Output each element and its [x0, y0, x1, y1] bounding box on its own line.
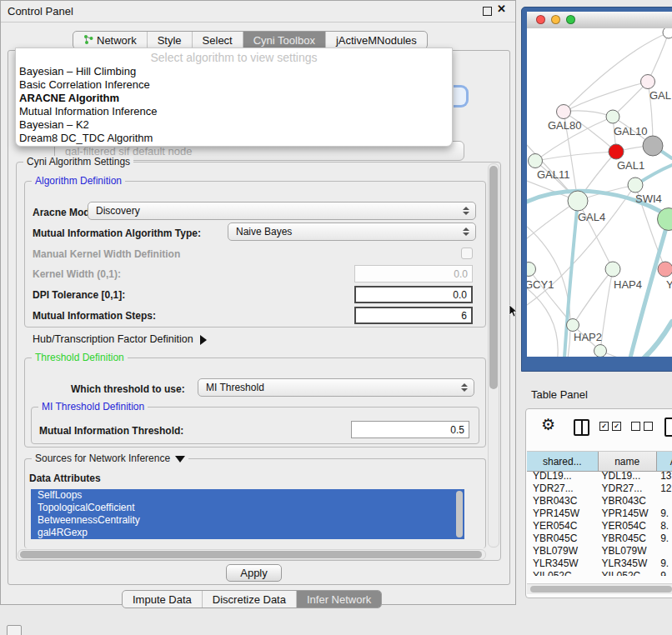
tab-network[interactable]: Network	[73, 32, 148, 48]
tab-label: Network	[97, 34, 137, 47]
node[interactable]	[594, 345, 607, 358]
node-label-hap2: HAP2	[574, 331, 602, 343]
table-row[interactable]: YER054CYER054C8.	[527, 520, 672, 532]
table-cell: 13	[658, 470, 672, 482]
gear-icon[interactable]: ⚙	[541, 417, 555, 433]
network-edge[interactable]	[573, 269, 613, 325]
tab-label: Impute Data	[133, 593, 192, 606]
network-edge[interactable]	[527, 227, 570, 357]
node-swi4[interactable]	[628, 178, 643, 192]
table-row[interactable]: YPR145WYPR145W9.	[527, 508, 672, 520]
table-horizontal-scrollbar[interactable]	[527, 583, 672, 594]
node-gal[interactable]	[641, 75, 655, 89]
mi-type-value: Naive Bayes	[236, 226, 292, 238]
apply-button[interactable]: Apply	[226, 564, 282, 582]
tab-discretize-data[interactable]: Discretize Data	[203, 591, 297, 608]
combo-arrows-icon	[463, 228, 469, 236]
table-row[interactable]: YBR045CYBR045C9.	[527, 532, 672, 545]
network-window-titlebar[interactable]	[527, 12, 672, 29]
node-hap4[interactable]	[605, 262, 620, 277]
unchecked-pair-icon[interactable]	[631, 422, 653, 431]
control-panel-titlebar[interactable]: Control Panel ✕	[1, 1, 515, 22]
table-row[interactable]: YDL19...YDL19...13	[527, 470, 672, 482]
node-hap2[interactable]	[567, 319, 579, 332]
minimized-panel-icon[interactable]	[7, 625, 22, 635]
table-row[interactable]: YBL079WYBL079W	[527, 545, 672, 558]
table-cell: YLR345W	[527, 558, 599, 570]
aracne-mode-combo[interactable]: Discovery	[88, 202, 476, 220]
attributes-list-scrollbar[interactable]	[456, 491, 463, 538]
network-edge[interactable]	[648, 32, 669, 82]
which-threshold-combo[interactable]: MI Threshold	[198, 378, 474, 397]
table-row[interactable]: YBR043CYBR043C	[527, 495, 672, 508]
minimize-traffic-light[interactable]	[551, 15, 560, 24]
tab-jactivemnodules[interactable]: jActiveMNodules	[326, 32, 427, 48]
tab-cyni-toolbox[interactable]: Cyni Toolbox	[243, 32, 326, 48]
data-attribute-item[interactable]: gal4RGexp	[31, 527, 464, 539]
apply-button-label: Apply	[240, 567, 268, 579]
tab-label: Select	[203, 34, 233, 47]
network-edge[interactable]	[600, 269, 613, 351]
table-row[interactable]: YIL052CYIL052C9	[527, 570, 672, 576]
table-cell: 9.	[658, 532, 672, 545]
settings-vertical-thumb[interactable]	[489, 166, 498, 389]
kernel-width-field[interactable]	[354, 265, 473, 282]
manual-kernel-checkbox[interactable]	[461, 248, 473, 259]
node-gal11[interactable]	[529, 154, 543, 168]
data-attribute-item[interactable]: TopologicalCoefficient	[31, 502, 464, 514]
close-traffic-light[interactable]	[536, 15, 545, 24]
algorithm-option[interactable]: Bayesian – Hill Climbing	[19, 65, 449, 78]
tab-select[interactable]: Select	[193, 32, 243, 48]
node-gal10[interactable]	[606, 110, 619, 123]
node-gal1[interactable]	[609, 144, 624, 159]
network-canvas[interactable]: GALGAL80GAL10GAL1GAL11SWI4GAL4GCY1HAP4YH…	[527, 28, 672, 357]
algorithm-option[interactable]: Dream8 DC_TDC Algorithm	[19, 132, 449, 145]
split-columns-icon[interactable]	[574, 419, 589, 436]
node-gal80[interactable]	[557, 105, 571, 119]
tab-label: jActiveMNodules	[336, 34, 417, 47]
table-row[interactable]: YLR345WYLR345W9.	[527, 558, 672, 570]
table-cell: 8.	[658, 520, 672, 532]
node[interactable]	[643, 136, 663, 156]
network-edge[interactable]	[535, 152, 616, 161]
focused-combo-edge	[454, 85, 469, 108]
algorithm-option[interactable]: ARACNE Algorithm	[19, 92, 449, 105]
table-row[interactable]: YDR27...YDR27...12	[527, 482, 672, 495]
algorithm-option[interactable]: Mutual Information Inference	[19, 105, 449, 118]
table-horizontal-thumb[interactable]	[530, 586, 672, 592]
hub-definition-toggle[interactable]: Hub/Transcription Factor Definition	[33, 333, 207, 345]
settings-horizontal-scrollbar[interactable]	[18, 549, 486, 560]
data-attribute-item[interactable]: SelfLoops	[31, 489, 464, 502]
close-icon[interactable]: ✕	[497, 2, 506, 15]
mi-type-combo[interactable]: Naive Bayes	[228, 222, 476, 241]
sources-title[interactable]: Sources for Network Inference	[32, 452, 188, 464]
column-header-name[interactable]: name	[599, 452, 657, 471]
mi-threshold-field[interactable]	[351, 421, 469, 438]
dpi-tolerance-field[interactable]	[354, 286, 473, 303]
float-window-icon[interactable]	[483, 7, 492, 16]
node-y[interactable]	[658, 262, 672, 277]
table-cell: YBR045C	[599, 532, 659, 545]
settings-horizontal-thumb[interactable]	[20, 551, 482, 558]
node-label-hap4: HAP4	[614, 278, 642, 291]
checked-pair-icon[interactable]: ✓✓	[599, 422, 621, 431]
node-label-y: Y	[666, 278, 672, 291]
tab-impute-data[interactable]: Impute Data	[123, 591, 203, 608]
mi-steps-field[interactable]	[354, 307, 473, 324]
zoom-traffic-light[interactable]	[566, 15, 575, 24]
column-header-shared[interactable]: shared...	[527, 452, 599, 471]
tab-infer-network[interactable]: Infer Network	[297, 591, 381, 608]
document-icon[interactable]	[664, 418, 672, 437]
cyni-bottom-tabs: Impute DataDiscretize DataInfer Network	[122, 590, 382, 608]
settings-vertical-scrollbar[interactable]	[488, 163, 499, 548]
node[interactable]	[663, 28, 672, 38]
algorithm-option[interactable]: Basic Correlation Inference	[19, 78, 449, 92]
node-gal4[interactable]	[568, 191, 588, 211]
column-header-a[interactable]: A	[657, 452, 672, 471]
tab-style[interactable]: Style	[148, 32, 193, 48]
network-edge[interactable]	[564, 82, 648, 112]
node-gcy1[interactable]	[527, 262, 536, 277]
algorithm-option[interactable]: Bayesian – K2	[19, 118, 449, 132]
network-edge[interactable]	[527, 288, 558, 357]
data-attribute-item[interactable]: BetweennessCentrality	[31, 514, 464, 527]
